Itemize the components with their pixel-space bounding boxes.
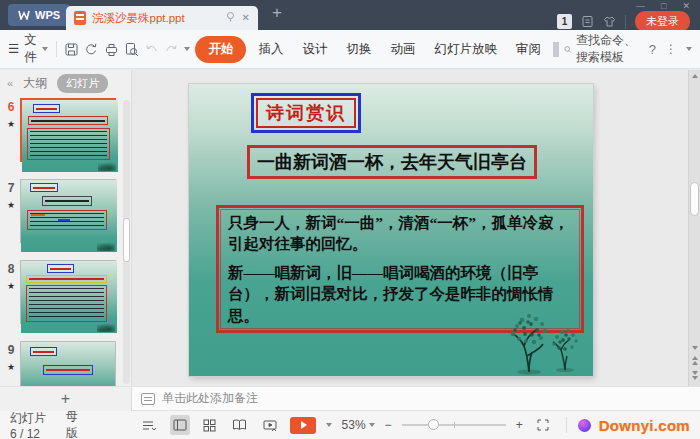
quick-toolbar-dropdown-icon[interactable]	[184, 47, 190, 51]
tab-slides[interactable]: 幻灯片	[57, 74, 108, 93]
sidebar-scrollbar[interactable]	[123, 100, 130, 384]
zoom-level-value: 53%	[342, 418, 366, 432]
slide-canvas[interactable]: 诗词赏识 一曲新词酒一杯，去年天气旧亭台 只身一人，新词“一曲”，清酒“一杯”，…	[189, 84, 593, 376]
downyi-watermark: Downyi.com	[599, 417, 690, 434]
slide-number: 8	[8, 262, 15, 276]
scroll-up-icon[interactable]	[692, 74, 698, 78]
tab-insert[interactable]: 插入	[251, 36, 290, 63]
minimize-button[interactable]: —	[636, 2, 645, 11]
ppt-file-icon	[74, 11, 86, 25]
animation-star-icon: ★	[7, 363, 15, 372]
command-search[interactable]: 查找命令、搜索模板	[564, 32, 639, 66]
notes-toggle-icon[interactable]	[140, 415, 160, 435]
document-tab[interactable]: 浣溪沙晏殊ppt.ppt ✕	[66, 6, 258, 30]
slide-9-meta: 9 ★	[2, 341, 20, 386]
notes-bar[interactable]: 单击此处添加备注	[132, 386, 700, 411]
play-slideshow-button[interactable]	[290, 417, 316, 434]
redo-button[interactable]	[164, 40, 179, 58]
window-count-badge[interactable]: 1	[557, 14, 572, 29]
more-options-icon[interactable]: ⋮	[665, 43, 677, 55]
file-menu[interactable]: ☰ 文件	[8, 32, 48, 66]
slide-thumbnail-7[interactable]: 7 ★	[2, 179, 124, 243]
animation-star-icon: ★	[7, 201, 15, 210]
poem-line-box[interactable]: 一曲新词酒一杯，去年天气旧亭台	[247, 145, 537, 179]
new-tab-button[interactable]: +	[272, 4, 282, 21]
slide-panel-header: « 大纲 幻灯片	[0, 70, 131, 96]
mini-slide-6	[22, 100, 118, 172]
ribbon-right-cluster: 查找命令、搜索模板 ? ⋮	[564, 32, 692, 66]
editor-scrollbar-thumb[interactable]	[690, 182, 699, 216]
slide-panel: « 大纲 幻灯片 6 ★	[0, 70, 132, 386]
slide-title-box[interactable]: 诗词赏识	[251, 93, 361, 133]
tab-pin-icon[interactable]	[225, 11, 236, 25]
notes-placeholder: 单击此处添加备注	[162, 390, 258, 407]
collapse-ribbon-icon[interactable]	[686, 47, 692, 51]
zoom-slider[interactable]	[402, 424, 506, 426]
slide-sorter-button[interactable]	[200, 415, 220, 435]
thumbnail-image[interactable]	[20, 98, 116, 162]
previous-slide-button[interactable]	[692, 356, 698, 365]
tab-animations[interactable]: 动画	[383, 36, 422, 63]
save-button[interactable]	[64, 40, 79, 58]
statusbar-right: Downyi.com	[563, 417, 690, 434]
workspace: « 大纲 幻灯片 6 ★	[0, 70, 700, 386]
mini-body-box	[27, 128, 110, 160]
trees-decoration	[491, 304, 587, 376]
print-preview-button[interactable]	[124, 40, 139, 58]
reading-view-button[interactable]	[230, 415, 250, 435]
maximize-button[interactable]: □	[661, 2, 666, 11]
slide-8-meta: 8 ★	[2, 260, 20, 324]
zoom-in-button[interactable]: +	[516, 419, 523, 431]
help-icon[interactable]: ?	[649, 43, 656, 56]
skin-center-icon[interactable]	[603, 15, 616, 28]
document-tab-title: 浣溪沙晏殊ppt.ppt	[92, 11, 219, 26]
sidebar-scrollbar-thumb[interactable]	[123, 218, 130, 262]
window-close-button[interactable]: ✕	[682, 2, 690, 11]
add-slide-button[interactable]: +	[61, 391, 70, 407]
animation-star-icon: ★	[7, 120, 15, 129]
zoom-slider-thumb[interactable]	[428, 419, 439, 430]
thumbnail-image[interactable]	[20, 341, 116, 386]
theme-color-icon[interactable]	[578, 419, 591, 432]
tab-outline[interactable]: 大纲	[23, 75, 47, 92]
file-menu-label: 文件	[24, 32, 37, 66]
tab-transitions[interactable]: 切换	[339, 36, 378, 63]
chevron-down-icon	[42, 47, 48, 51]
titlebar-right-cluster: 1 未登录	[557, 11, 690, 32]
titlebar-divider	[625, 15, 626, 29]
export-button[interactable]	[84, 40, 99, 58]
undo-button[interactable]	[144, 40, 159, 58]
share-document-icon[interactable]	[581, 15, 594, 28]
mini-slide-7	[21, 180, 117, 252]
slide-7-meta: 7 ★	[2, 179, 20, 243]
scroll-down-icon[interactable]	[692, 346, 698, 350]
thumbnail-image[interactable]	[20, 179, 116, 243]
zoom-out-button[interactable]: −	[385, 419, 392, 431]
slide-thumbnail-9[interactable]: 9 ★	[2, 341, 124, 386]
normal-view-button[interactable]	[170, 415, 190, 435]
ribbon-bar: ☰ 文件 开始 插入 设计 切换 动画 幻灯片放映 审阅	[0, 30, 700, 69]
next-slide-button[interactable]	[692, 371, 698, 380]
collapse-panel-icon[interactable]: «	[7, 78, 13, 89]
tab-close-icon[interactable]: ✕	[242, 13, 250, 23]
tab-home[interactable]: 开始	[195, 36, 246, 63]
mini-question-box	[42, 196, 92, 206]
search-label: 查找命令、搜索模板	[576, 32, 640, 66]
slide-thumbnail-6[interactable]: 6 ★	[2, 98, 124, 162]
wps-menu-button[interactable]: WPS	[8, 4, 70, 26]
print-button[interactable]	[104, 40, 119, 58]
tab-review[interactable]: 审阅	[509, 36, 548, 63]
wps-presentation-window: WPS 浣溪沙晏殊ppt.ppt ✕ + — □ ✕ 1 未登录	[0, 0, 700, 439]
tab-slideshow[interactable]: 幻灯片放映	[427, 36, 504, 63]
editor-scrollbar[interactable]	[688, 70, 700, 386]
slideshow-setup-button[interactable]	[260, 415, 280, 435]
fit-to-window-button[interactable]	[533, 415, 553, 435]
tab-design[interactable]: 设计	[295, 36, 334, 63]
master-button[interactable]: 母版	[66, 408, 82, 439]
play-icon	[301, 421, 307, 429]
play-options-dropdown-icon[interactable]	[326, 423, 332, 427]
zoom-level[interactable]: 53%	[342, 418, 375, 432]
login-button[interactable]: 未登录	[635, 11, 690, 32]
thumbnail-image[interactable]	[20, 260, 116, 324]
slide-thumbnail-8[interactable]: 8 ★	[2, 260, 124, 324]
